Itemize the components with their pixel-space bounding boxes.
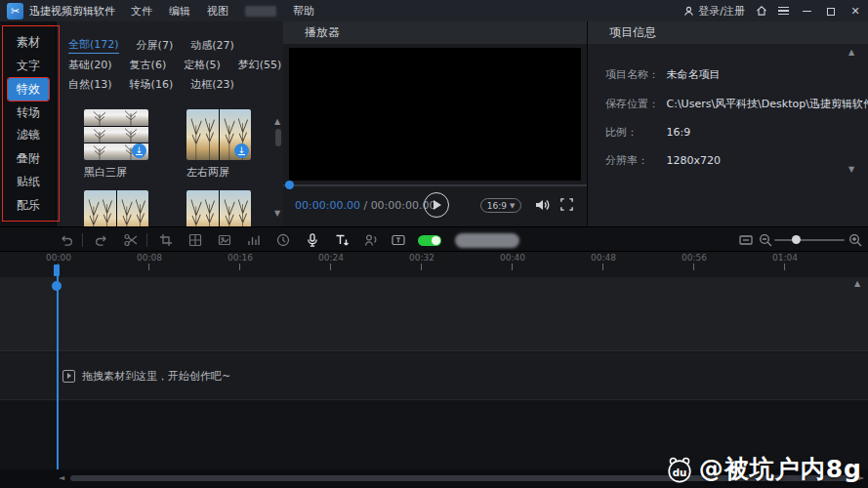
sidebar-item-music[interactable]: 配乐 (8, 194, 49, 217)
text-to-speech-icon[interactable] (334, 232, 350, 248)
close-button[interactable]: ✕ (848, 5, 862, 18)
crop-icon[interactable] (158, 232, 174, 248)
microphone-icon[interactable] (305, 232, 320, 248)
picture-icon[interactable] (217, 232, 232, 248)
effects-panel: 全部(172) 分屏(7) 动感(27) 基础(20) 复古(6) 定格(5) … (56, 21, 283, 226)
grid-split-icon[interactable] (187, 232, 203, 248)
timeline-zoom-slider[interactable] (774, 239, 845, 241)
slider-handle[interactable] (792, 235, 801, 244)
watermark-logo-icon: du (665, 455, 694, 484)
menu-help[interactable]: 帮助 (293, 4, 314, 19)
ruler-label: 00:00 (46, 253, 71, 263)
login-button[interactable]: 登录/注册 (683, 4, 745, 19)
sidebar-item-material[interactable]: 素材 (8, 31, 49, 54)
menu-view[interactable]: 视图 (207, 4, 228, 19)
download-icon[interactable]: ↓ (132, 143, 146, 158)
split-scissors-icon[interactable] (123, 232, 139, 248)
playhead-dot[interactable] (52, 281, 62, 291)
timeline-track-main[interactable]: 拖拽素材到这里，开始创作吧~ (0, 352, 868, 400)
ruler-label: 00:40 (500, 253, 525, 263)
effect-thumbnail[interactable] (84, 190, 148, 226)
redo-icon[interactable] (94, 232, 109, 248)
category-sidebar: 素材 文字 特效 转场 滤镜 叠附 贴纸 配乐 (0, 21, 56, 226)
menu-redacted[interactable] (245, 6, 276, 17)
sidebar-item-effects[interactable]: 特效 (8, 78, 49, 101)
tab-nature[interactable]: 自然(13) (68, 77, 112, 92)
auto-ripple-toggle[interactable] (418, 235, 441, 246)
ruler-label: 00:08 (137, 253, 162, 263)
tab-basic[interactable]: 基础(20) (68, 58, 112, 72)
scroll-up-icon[interactable]: ▲ (274, 118, 280, 126)
tab-freeze[interactable]: 定格(5) (184, 58, 221, 72)
tab-transition[interactable]: 转场(16) (130, 77, 174, 92)
tab-dream[interactable]: 梦幻(55) (238, 58, 282, 72)
field-project-name: 项目名称： 未命名项目 (605, 67, 721, 82)
tab-splitscreen[interactable]: 分屏(7) (137, 38, 174, 53)
home-icon[interactable] (756, 5, 767, 17)
sidebar-item-overlays[interactable]: 叠附 (8, 147, 49, 170)
app-window: ✂ 迅捷视频剪辑软件 文件 编辑 视图 帮助 登录/注册 ✕ 素材 文字 特效 … (0, 0, 868, 488)
player-header: 播放器 (283, 21, 587, 44)
sidebar-item-text[interactable]: 文字 (8, 55, 49, 77)
main-menu-icon[interactable] (778, 5, 789, 18)
tab-all[interactable]: 全部(172) (68, 37, 119, 54)
ruler-label: 01:04 (772, 253, 798, 263)
volume-icon[interactable] (533, 196, 551, 214)
field-resolution: 分辨率： 1280x720 (605, 153, 721, 168)
ruler-label: 00:48 (591, 253, 616, 263)
download-icon[interactable]: ↓ (234, 143, 249, 158)
levels-icon[interactable] (246, 232, 262, 248)
ruler-label: 00:56 (682, 253, 707, 263)
screen-record-icon[interactable] (391, 232, 406, 248)
field-save-location: 保存位置： C:\Users\风平科技\Desktop\迅捷剪辑软件\ (605, 97, 868, 111)
watermark-text: @被坑户内8g (699, 453, 862, 485)
player-progress-bar[interactable] (283, 184, 587, 186)
sidebar-item-stickers[interactable]: 贴纸 (8, 171, 49, 193)
field-aspect-ratio: 比例： 16:9 (605, 125, 690, 140)
maximize-button[interactable] (824, 5, 838, 18)
scroll-down-icon[interactable]: ▼ (848, 166, 854, 174)
menu-edit[interactable]: 编辑 (169, 4, 190, 19)
zoom-out-icon[interactable] (758, 232, 773, 248)
scroll-down-icon[interactable]: ▼ (274, 210, 280, 218)
drag-media-icon (62, 370, 75, 383)
menu-bar: 文件 编辑 视图 帮助 (131, 4, 314, 19)
timeline-scroll-up-icon[interactable]: ▲ (854, 280, 860, 288)
tab-border[interactable]: 边框(23) (190, 77, 234, 92)
timeline-toolbar (0, 226, 868, 252)
player-panel: 播放器 00:00:00.00 / 00:00:00.00 16:9▼ (283, 21, 587, 226)
sidebar-item-filters[interactable]: 滤镜 (8, 124, 49, 146)
fullscreen-icon[interactable] (559, 197, 574, 212)
menu-file[interactable]: 文件 (131, 4, 152, 19)
timeline-empty-hint: 拖拽素材到这里，开始创作吧~ (62, 369, 230, 384)
scrollbar-thumb[interactable] (275, 129, 281, 146)
blurred-button[interactable] (455, 233, 519, 248)
timeline-track-upper[interactable] (0, 277, 868, 351)
hscroll-left-icon[interactable]: ◄ (59, 474, 64, 482)
zoom-in-icon[interactable] (847, 232, 863, 248)
progress-handle[interactable] (285, 181, 294, 189)
effect-thumbnail-bw-three[interactable]: ↓ (84, 109, 148, 160)
play-button[interactable] (424, 192, 449, 218)
minimize-button[interactable] (800, 5, 813, 18)
playhead-handle[interactable] (54, 264, 60, 276)
effects-tabs: 全部(172) 分屏(7) 动感(27) 基础(20) 复古(6) 定格(5) … (68, 35, 281, 94)
aspect-ratio-dropdown[interactable]: 16:9▼ (480, 198, 521, 213)
undo-icon[interactable] (59, 232, 74, 248)
scroll-up-icon[interactable]: ▲ (848, 49, 854, 57)
tab-dynamic[interactable]: 动感(27) (190, 38, 234, 53)
speed-clock-icon[interactable] (275, 232, 291, 248)
effect-label: 黑白三屏 (84, 165, 127, 180)
ruler-label: 00:16 (227, 253, 253, 263)
tab-retro[interactable]: 复古(6) (130, 58, 167, 72)
playhead[interactable] (57, 265, 59, 469)
sidebar-item-transitions[interactable]: 转场 (8, 102, 49, 124)
watermark: du @被坑户内8g (665, 453, 862, 485)
chevron-down-icon: ▼ (510, 202, 515, 210)
fit-timeline-icon[interactable] (738, 232, 754, 248)
voiceover-icon[interactable] (363, 232, 379, 248)
effect-thumbnail[interactable] (186, 190, 251, 226)
effect-thumbnail-lr-two[interactable]: ↓ (186, 109, 251, 160)
video-preview[interactable] (289, 48, 581, 181)
project-info-panel: 项目信息 项目名称： 未命名项目 保存位置： C:\Users\风平科技\Des… (587, 21, 868, 226)
